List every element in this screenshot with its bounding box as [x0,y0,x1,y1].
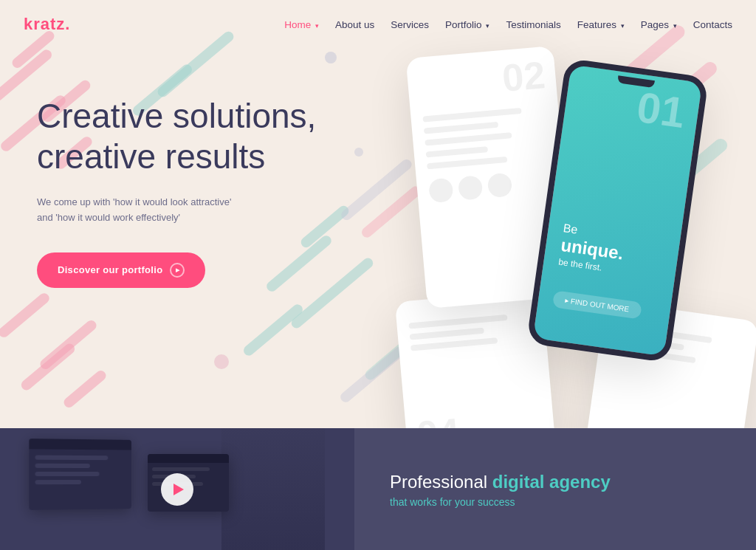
phone-02-circles [428,169,554,204]
phone-02-number: 02 [501,52,547,100]
arrow-right-icon: ▸ [170,263,185,278]
play-icon [173,484,184,495]
hero-section: Creative solutions, creative results We … [0,0,756,428]
phone-04-number: 04 [415,409,461,428]
hero-subtitle: We come up with 'how it would look attra… [37,195,244,226]
bottom-heading: Professional digital agency [390,470,721,493]
nav-item-home[interactable]: Home ▾ [284,18,319,31]
nav-links: Home ▾ About us Services Portfolio ▾ Tes… [284,18,732,31]
phone-01-cta: ▸ FIND OUT MORE [552,290,642,319]
hero-content: Creative solutions, creative results We … [37,96,317,288]
phones-container: 02 04 01 [350,37,756,428]
cta-label: Discover our portfolio [58,264,162,275]
chevron-down-icon: ▾ [486,22,489,30]
navbar: kratz. Home ▾ About us Services Portfoli… [0,0,756,48]
bottom-subheading: that works for your success [390,496,721,508]
phone-02-lines [422,106,551,169]
hero-title: Creative solutions, creative results [37,96,317,177]
logo-dot: . [65,15,70,33]
nav-item-contacts[interactable]: Contacts [693,18,732,31]
bottom-right-panel: Professional digital agency that works f… [354,428,756,550]
bottom-heading-normal: Professional [390,472,487,492]
nav-item-services[interactable]: Services [391,18,429,31]
chevron-down-icon: ▾ [621,22,625,30]
nav-item-about[interactable]: About us [335,18,374,31]
chevron-down-icon: ▾ [673,22,677,30]
nav-item-testimonials[interactable]: Testimonials [506,18,560,31]
play-button[interactable] [161,473,193,506]
nav-item-features[interactable]: Features ▾ [577,18,625,31]
bottom-section: Professional digital agency that works f… [0,428,756,550]
bottom-left-panel [0,428,354,550]
phone-03-number: 03 [685,425,734,428]
nav-item-pages[interactable]: Pages ▾ [641,18,677,31]
cta-button[interactable]: Discover our portfolio ▸ [37,252,205,288]
logo[interactable]: kratz. [24,15,70,34]
chevron-down-icon: ▾ [315,22,319,30]
phone-01-text: Be unique. be the first. [543,219,642,278]
bottom-heading-accent: digital agency [492,472,611,492]
nav-item-portfolio[interactable]: Portfolio ▾ [445,18,489,31]
logo-text: kratz [24,15,65,33]
phone-01-number: 01 [634,86,687,134]
